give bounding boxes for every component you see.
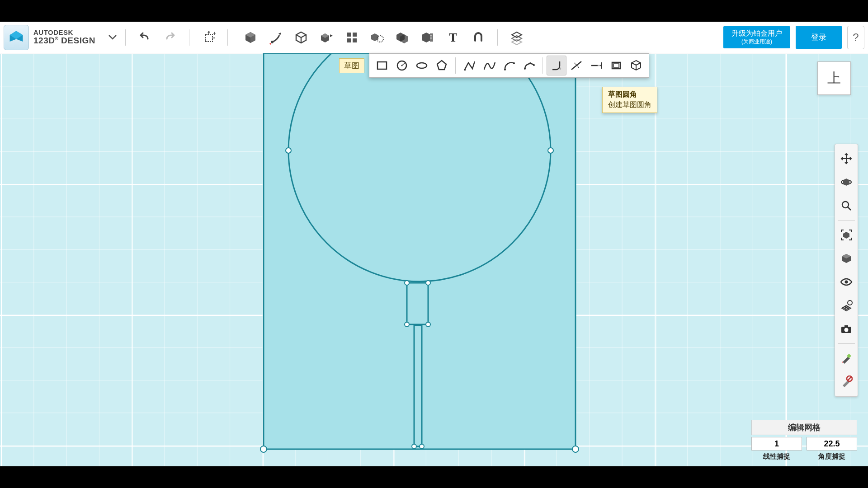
svg-point-46 bbox=[524, 68, 526, 70]
main-toolbar: AUTODESK 123D® DESIGN + bbox=[0, 22, 868, 53]
undo-button[interactable] bbox=[134, 27, 156, 48]
svg-rect-14 bbox=[353, 33, 357, 37]
svg-line-40 bbox=[402, 63, 405, 66]
sketch-trim-button[interactable] bbox=[566, 56, 586, 75]
sketch-polyline-button[interactable] bbox=[459, 56, 479, 75]
svg-rect-2 bbox=[205, 34, 212, 42]
fit-button[interactable] bbox=[836, 225, 856, 245]
svg-line-9 bbox=[296, 35, 301, 38]
svg-point-30 bbox=[548, 148, 553, 153]
svg-rect-15 bbox=[347, 38, 351, 42]
sketch-spline-button[interactable] bbox=[479, 56, 499, 75]
combine-button[interactable] bbox=[392, 27, 413, 48]
toolbar-divider bbox=[125, 29, 126, 46]
svg-rect-18 bbox=[430, 33, 433, 42]
app-logo[interactable] bbox=[4, 25, 29, 50]
sketch-geometry bbox=[0, 53, 868, 466]
svg-point-36 bbox=[420, 444, 424, 449]
svg-text:+: + bbox=[559, 66, 561, 71]
svg-point-34 bbox=[426, 322, 430, 327]
material-apply-button[interactable] bbox=[836, 348, 856, 368]
sketch-offset-button[interactable] bbox=[606, 56, 626, 75]
svg-point-28 bbox=[572, 446, 579, 452]
material-disable-button[interactable] bbox=[836, 372, 856, 392]
svg-point-48 bbox=[533, 64, 535, 66]
svg-rect-13 bbox=[347, 33, 351, 37]
file-menu-chevron[interactable] bbox=[108, 32, 117, 42]
sub-divider bbox=[542, 57, 543, 74]
svg-point-41 bbox=[417, 63, 427, 68]
brand-line2: 123D® DESIGN bbox=[33, 36, 95, 46]
sketch-project-button[interactable] bbox=[626, 56, 646, 75]
svg-line-58 bbox=[636, 63, 641, 65]
svg-point-44 bbox=[504, 69, 506, 70]
orbit-button[interactable] bbox=[836, 172, 856, 192]
sketch-ellipse-button[interactable] bbox=[412, 56, 432, 75]
sketch-extend-button[interactable] bbox=[586, 56, 606, 75]
brand-text: AUTODESK 123D® DESIGN bbox=[33, 29, 95, 46]
visibility-button[interactable] bbox=[836, 272, 856, 292]
svg-text:+: + bbox=[213, 30, 216, 37]
toolbar-divider bbox=[497, 29, 498, 46]
svg-line-76 bbox=[848, 377, 851, 380]
svg-point-70 bbox=[848, 300, 852, 305]
svg-line-10 bbox=[301, 35, 306, 38]
angular-snap-input[interactable] bbox=[807, 437, 857, 450]
viewcube[interactable]: 上 bbox=[817, 61, 851, 95]
create-tools-group: T bbox=[236, 27, 489, 48]
upgrade-title: 升级为铂金用户 bbox=[731, 29, 782, 37]
signin-button[interactable]: 登录 bbox=[796, 26, 842, 49]
sketch-subtoolbar-panel: + bbox=[369, 53, 649, 78]
sketch-subtoolbar-label: 草图 bbox=[339, 58, 364, 73]
sketch-fillet-button[interactable]: + bbox=[547, 56, 566, 75]
pan-button[interactable] bbox=[836, 149, 856, 169]
svg-point-33 bbox=[405, 322, 409, 327]
modify-button[interactable] bbox=[316, 27, 337, 48]
grid-toggle-button[interactable] bbox=[836, 296, 856, 315]
tooltip: 草图圆角 创建草图圆角 bbox=[602, 87, 657, 113]
zoom-button[interactable] bbox=[836, 196, 856, 216]
app-window: AUTODESK 123D® DESIGN + bbox=[0, 22, 868, 466]
pattern-button[interactable] bbox=[341, 27, 363, 48]
sketch-arc-2pt-button[interactable] bbox=[499, 56, 519, 75]
angular-snap-label: 角度捕捉 bbox=[818, 452, 845, 461]
grouping-button[interactable] bbox=[366, 27, 388, 48]
sketch-arc-3pt-button[interactable] bbox=[519, 56, 539, 75]
snap-panel-title: 编辑网格 bbox=[751, 420, 857, 435]
snap-button[interactable] bbox=[467, 27, 489, 48]
svg-rect-56 bbox=[613, 64, 619, 67]
shading-button[interactable] bbox=[836, 249, 856, 268]
toolbar-divider bbox=[227, 29, 228, 46]
upgrade-sub: (为商业用途) bbox=[731, 38, 782, 46]
sketch-polygon-button[interactable] bbox=[432, 56, 452, 75]
text-button[interactable]: T bbox=[442, 27, 464, 48]
letterbox-bottom bbox=[0, 466, 868, 488]
linear-snap-label: 线性捕捉 bbox=[763, 452, 790, 461]
redo-button[interactable] bbox=[159, 27, 181, 48]
sketch-rectangle-button[interactable] bbox=[372, 56, 392, 75]
primitives-button[interactable] bbox=[240, 27, 261, 48]
viewport[interactable] bbox=[0, 53, 868, 466]
materials-button[interactable] bbox=[506, 27, 528, 48]
linear-snap-input[interactable] bbox=[751, 437, 802, 450]
construct-button[interactable] bbox=[290, 27, 312, 48]
svg-marker-42 bbox=[437, 61, 446, 70]
sketch-button[interactable] bbox=[265, 27, 287, 48]
measure-button[interactable] bbox=[417, 27, 439, 48]
sketch-circle-button[interactable] bbox=[392, 56, 412, 75]
snap-panel: 编辑网格 线性捕捉 角度捕捉 bbox=[751, 420, 857, 461]
transform-button[interactable]: + bbox=[198, 27, 219, 48]
toolbar-divider bbox=[189, 29, 189, 46]
help-button[interactable]: ? bbox=[847, 26, 864, 49]
screenshot-button[interactable] bbox=[836, 319, 856, 339]
right-divider bbox=[838, 343, 855, 344]
right-divider bbox=[838, 220, 855, 221]
svg-point-35 bbox=[412, 444, 416, 449]
svg-rect-43 bbox=[464, 69, 466, 70]
upgrade-button[interactable]: 升级为铂金用户 (为商业用途) bbox=[723, 26, 790, 48]
svg-point-63 bbox=[842, 202, 849, 208]
svg-point-29 bbox=[286, 148, 291, 153]
tooltip-title: 草图圆角 bbox=[608, 90, 651, 99]
svg-marker-12 bbox=[330, 34, 333, 37]
svg-point-65 bbox=[845, 281, 848, 284]
